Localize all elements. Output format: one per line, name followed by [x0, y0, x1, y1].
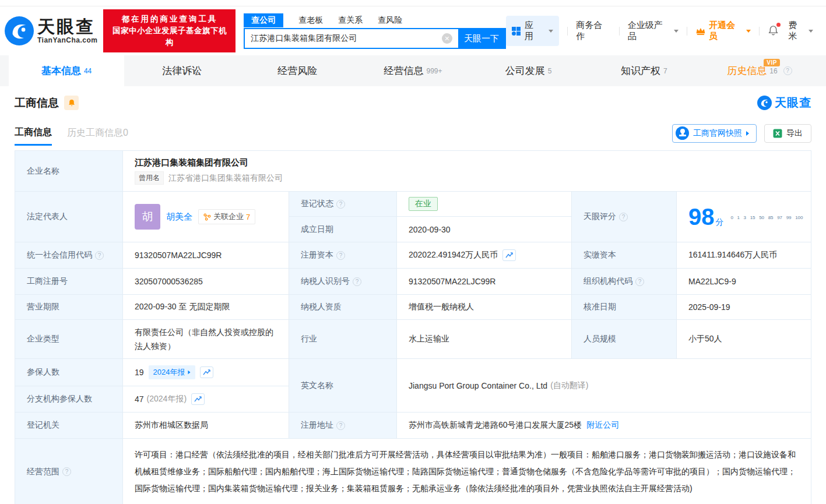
former-name: 江苏省港口集团集装箱有限公司: [168, 173, 283, 184]
help-icon[interactable]: [336, 200, 345, 209]
tab-company-development[interactable]: 公司发展 5: [471, 55, 586, 86]
help-icon[interactable]: [336, 251, 345, 260]
field-label-reg-address: 注册地址: [289, 413, 397, 439]
page-top-divider: [0, 0, 826, 6]
trend-chart-button[interactable]: [200, 366, 213, 378]
field-value-reg-status: 在业: [397, 192, 572, 217]
field-label-approve-date: 核准日期: [572, 295, 677, 320]
field-label-biz-term: 营业期限: [15, 295, 123, 320]
header-menu: 应用 商务合作 企业级产品 开通会员 费米: [506, 16, 826, 46]
tab-label: 法律诉讼: [162, 64, 202, 77]
field-value-legal-rep: 胡 胡美全 关联企业 7: [123, 192, 289, 242]
company-nav-tabs: 基本信息 44 法律诉讼 经营风险 经营信息 999+ 公司发展 5 知识产权 …: [0, 55, 826, 86]
field-label-company-type: 企业类型: [15, 320, 123, 359]
user-menu[interactable]: 费米: [788, 20, 813, 42]
annual-report-tag[interactable]: 2024年报: [149, 365, 195, 379]
tab-label: 经营信息: [384, 64, 423, 77]
menu-divider: [567, 27, 568, 36]
help-icon[interactable]: [619, 213, 628, 221]
search-button[interactable]: 天眼一下: [458, 29, 505, 48]
search-input[interactable]: [245, 29, 442, 48]
tab-label: 知识产权: [621, 64, 660, 77]
org-chart-icon: [203, 213, 211, 221]
official-snapshot-button[interactable]: 工商官网快照: [672, 124, 757, 143]
tab-intellectual-property[interactable]: 知识产权 7: [586, 55, 702, 86]
tianyancha-logo[interactable]: 天眼查 TianYanCha.com: [5, 16, 97, 45]
search-tab-risk[interactable]: 查风险: [378, 15, 402, 26]
trend-icon: [202, 369, 211, 376]
nearby-companies-link[interactable]: 附近公司: [586, 420, 619, 431]
enterprise-menu[interactable]: 企业级产品: [628, 20, 679, 42]
field-label-industry: 行业: [289, 320, 397, 359]
field-label-tyc-score: 天眼评分: [572, 192, 677, 242]
legal-rep-link[interactable]: 胡美全: [166, 212, 192, 223]
subtab-history-business-info[interactable]: 历史工商信息0: [67, 127, 128, 139]
field-label-reg-no: 工商注册号: [15, 269, 123, 295]
menu-divider: [619, 27, 620, 36]
business-info-table: 企业名称 江苏港口集装箱集团有限公司 曾用名 江苏省港口集团集装箱有限公司 法定…: [15, 150, 811, 504]
menu-divider: [687, 27, 687, 36]
tab-label: 基本信息: [41, 64, 81, 77]
tab-count: 16: [769, 67, 777, 75]
apps-label: 应用: [525, 20, 542, 42]
tab-basic-info[interactable]: 基本信息 44: [9, 55, 124, 86]
help-icon[interactable]: [62, 467, 71, 476]
arrow-right-icon: [746, 131, 749, 136]
notifications-bell[interactable]: [768, 24, 779, 38]
tab-legal[interactable]: 法律诉讼: [124, 55, 240, 86]
vip-upgrade-link[interactable]: 开通会员: [695, 20, 751, 42]
section-title: 工商信息: [15, 96, 59, 111]
subtab-business-info[interactable]: 工商信息: [15, 121, 52, 146]
former-name-tag: 曾用名: [135, 171, 164, 185]
brand-slogan: 都在用的商业查询工具 国家中小企业发展子基金旗下机构: [103, 9, 236, 52]
field-value-taxpayer-quality: 增值税一般纳税人: [397, 295, 572, 320]
chevron-down-icon: [746, 30, 751, 33]
notification-dot: [776, 23, 781, 27]
chevron-down-icon: [809, 30, 813, 33]
export-button[interactable]: 导出: [764, 124, 811, 143]
field-value-approve-date: 2025-09-19: [677, 295, 811, 320]
trend-chart-button[interactable]: [502, 249, 516, 261]
field-label-company-name: 企业名称: [15, 151, 123, 192]
field-value-company-type: 有限责任公司（非自然人投资或控股的法人独资）: [123, 320, 289, 359]
field-value-biz-term: 2020-09-30 至 无固定期限: [123, 295, 289, 320]
excel-icon: [773, 129, 782, 138]
subscribe-bell-button[interactable]: [64, 96, 79, 110]
clear-icon[interactable]: ✕: [442, 33, 452, 44]
score-unit: 分: [716, 217, 724, 227]
help-icon[interactable]: [95, 251, 104, 260]
help-icon[interactable]: [336, 421, 345, 430]
avatar[interactable]: 胡: [135, 204, 160, 230]
trend-chart-button[interactable]: [191, 393, 205, 405]
related-count: 7: [246, 213, 250, 221]
subtab-row: 工商信息 历史工商信息0 工商官网快照 导出: [0, 119, 826, 147]
tab-label: 公司发展: [505, 64, 545, 77]
chevron-down-icon: [674, 30, 679, 33]
score-distribution-chart[interactable]: 0131550859799100: [731, 214, 803, 220]
tab-history-info[interactable]: VIP 历史信息 16: [702, 55, 817, 86]
field-label-reg-status: 登记状态: [289, 192, 397, 217]
watermark-logo: 天眼查: [757, 95, 811, 111]
score-axis-ticks: 0131550859799100: [731, 215, 803, 220]
tab-count: 44: [84, 67, 92, 75]
help-icon[interactable]: [353, 277, 361, 286]
menu-divider: [759, 27, 760, 36]
apps-menu[interactable]: 应用: [506, 16, 559, 46]
tianyancha-swirl-icon: [757, 96, 772, 110]
field-value-paid-capital: 161411.914646万人民币: [677, 242, 811, 269]
field-value-taxpayer-id: 91320507MA22LJC99R: [397, 269, 572, 295]
search-tab-boss[interactable]: 查老板: [298, 15, 323, 26]
search-tab-company[interactable]: 查公司: [244, 13, 283, 27]
search-tab-relation[interactable]: 查关系: [338, 15, 363, 26]
field-value-english-name: Jiangsu Port Group Container Co., Ltd (自…: [397, 359, 811, 413]
field-label-branch-insured: 分支机构参保人数: [15, 386, 123, 413]
help-icon[interactable]: [635, 277, 644, 286]
tab-operating-risk[interactable]: 经营风险: [240, 55, 355, 86]
cooperation-link[interactable]: 商务合作: [576, 20, 611, 42]
help-icon[interactable]: [783, 66, 792, 75]
related-companies-button[interactable]: 关联企业 7: [198, 209, 255, 224]
crown-icon: [695, 27, 706, 36]
field-value-reg-capital: 202022.491942万人民币: [397, 242, 572, 269]
arrow-right-icon: [188, 371, 190, 374]
tab-business-info[interactable]: 经营信息 999+: [355, 55, 470, 86]
